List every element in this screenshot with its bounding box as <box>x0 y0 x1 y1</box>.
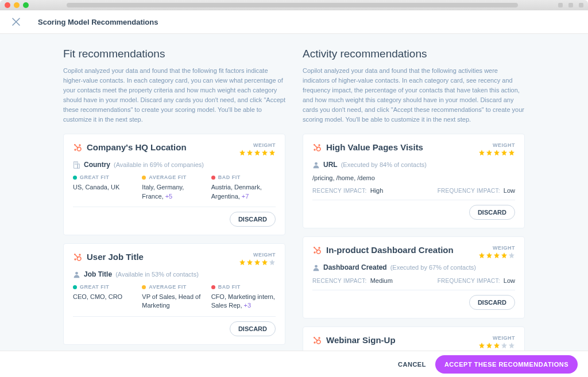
star-empty-icon <box>508 342 515 349</box>
fit-column: Fit recommendations Copilot analyzed you… <box>63 48 285 351</box>
star-filled-icon <box>239 259 246 266</box>
property-name: Job Title <box>84 270 112 278</box>
discard-button[interactable]: DISCARD <box>469 295 515 310</box>
accept-button[interactable]: ACCEPT THESE RECOMMENDATIONS <box>435 355 578 374</box>
property-name: Country <box>84 161 110 169</box>
property-availability: (Executed by 84% of contacts) <box>341 161 427 168</box>
star-filled-icon <box>501 252 508 259</box>
card-title: Webinar Sign-Up <box>326 335 396 345</box>
hubspot-icon <box>73 252 82 262</box>
dot-green-icon <box>73 285 77 289</box>
building-icon <box>73 161 80 169</box>
svg-rect-5 <box>74 162 78 168</box>
svg-line-39 <box>315 338 318 341</box>
star-filled-icon <box>493 252 500 259</box>
star-filled-icon <box>478 252 485 259</box>
star-filled-icon <box>486 342 493 349</box>
avg-fit-values: VP of Sales, Head of Marketing <box>142 293 206 310</box>
svg-rect-8 <box>76 162 76 163</box>
svg-line-14 <box>75 255 78 258</box>
close-icon[interactable] <box>11 17 21 26</box>
bad-fit-values: CFO, Marketing intern, Sales Rep, +3 <box>211 293 276 310</box>
svg-point-16 <box>75 271 78 274</box>
person-icon <box>312 161 320 169</box>
svg-rect-10 <box>76 164 76 165</box>
more-link[interactable]: +3 <box>244 302 252 309</box>
star-filled-icon <box>501 149 508 156</box>
page-title: Scoring Model Recommendations <box>38 18 158 26</box>
weight-label: WEIGHT <box>239 252 276 258</box>
star-empty-icon <box>269 259 276 266</box>
activity-column: Activity recommendations Copilot analyze… <box>303 48 525 351</box>
fit-card: Company's HQ Location WEIGHT Country (Av… <box>63 134 285 235</box>
great-fit-label: GREAT FIT <box>80 174 109 180</box>
star-filled-icon <box>478 342 485 349</box>
activity-card: In-product Dashboard Creation WEIGHT Das… <box>303 236 525 318</box>
hubspot-icon <box>312 143 322 152</box>
property-availability: (Available in 69% of companies) <box>114 161 204 168</box>
star-filled-icon <box>254 259 261 266</box>
svg-point-12 <box>74 258 76 260</box>
traffic-min-icon[interactable] <box>14 2 20 8</box>
tab-placeholder <box>568 3 573 7</box>
frequency-label: FREQUENCY IMPACT: <box>438 278 500 284</box>
star-filled-icon <box>261 259 268 266</box>
weight-stars <box>239 259 276 266</box>
weight-label: WEIGHT <box>478 245 515 251</box>
more-link[interactable]: +7 <box>242 193 249 200</box>
traffic-close-icon[interactable] <box>5 2 10 8</box>
discard-button[interactable]: DISCARD <box>230 321 276 336</box>
recency-label: RECENCY IMPACT: <box>312 188 367 194</box>
traffic-max-icon[interactable] <box>23 2 29 8</box>
svg-point-37 <box>314 341 315 343</box>
weight-label: WEIGHT <box>239 142 276 148</box>
avg-fit-label: AVERAGE FIT <box>149 174 186 180</box>
svg-point-4 <box>74 144 76 146</box>
activity-heading: Activity recommendations <box>303 48 525 60</box>
recency-value: High <box>370 187 384 194</box>
great-fit-values: CEO, CMO, CRO <box>73 293 137 301</box>
url-list: /pricing, /home, /demo <box>312 174 515 181</box>
svg-line-33 <box>315 248 318 251</box>
star-filled-icon <box>486 149 493 156</box>
svg-point-28 <box>314 144 315 146</box>
card-title: User Job Title <box>87 252 144 262</box>
weight-stars <box>478 149 515 156</box>
svg-rect-9 <box>75 164 75 165</box>
star-filled-icon <box>246 259 253 266</box>
discard-button[interactable]: DISCARD <box>469 205 515 220</box>
svg-point-15 <box>74 254 76 255</box>
svg-point-36 <box>318 337 320 339</box>
star-filled-icon <box>246 149 253 156</box>
modal-header: Scoring Model Recommendations <box>0 10 588 34</box>
fit-description: Copilot analyzed your data and found tha… <box>63 66 285 125</box>
star-filled-icon <box>478 149 485 156</box>
star-empty-icon <box>508 252 515 259</box>
cancel-button[interactable]: CANCEL <box>398 361 426 368</box>
svg-point-24 <box>318 144 320 146</box>
more-link[interactable]: +5 <box>165 193 173 200</box>
url-bar[interactable] <box>67 3 518 7</box>
hubspot-icon <box>312 246 322 255</box>
dot-yellow-icon <box>142 176 146 180</box>
card-title: High Value Pages Visits <box>326 142 423 152</box>
star-filled-icon <box>508 149 515 156</box>
svg-point-40 <box>314 337 315 339</box>
main-content: Fit recommendations Copilot analyzed you… <box>0 34 588 351</box>
browser-titlebar <box>0 0 588 10</box>
activity-card: Webinar Sign-Up WEIGHT GoToWebinar Regis… <box>303 327 525 351</box>
person-icon <box>312 264 320 271</box>
weight-label: WEIGHT <box>478 335 515 341</box>
svg-line-3 <box>75 145 78 148</box>
star-filled-icon <box>254 149 261 156</box>
bad-fit-values: Austria, Denmark, Argentina, +7 <box>211 183 276 201</box>
svg-point-29 <box>315 162 318 165</box>
person-icon <box>73 271 80 278</box>
svg-point-34 <box>314 247 315 248</box>
weight-stars <box>478 342 515 349</box>
dot-red-icon <box>211 285 215 289</box>
discard-button[interactable]: DISCARD <box>230 212 276 227</box>
star-filled-icon <box>493 342 500 349</box>
modal-footer: CANCEL ACCEPT THESE RECOMMENDATIONS <box>0 351 588 377</box>
recency-value: Medium <box>370 277 393 284</box>
